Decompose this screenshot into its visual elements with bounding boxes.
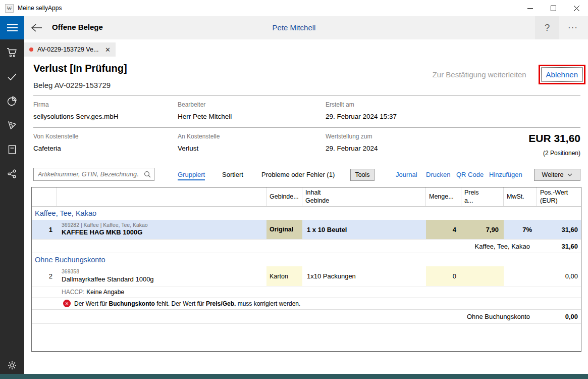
drucken-link[interactable]: Drucken [426,171,450,178]
cell-menge[interactable]: 0 [426,266,461,286]
cell-mwst [504,266,537,286]
hinzufuegen-link[interactable]: Hinzufügen [489,171,522,178]
table-empty-area [32,324,581,351]
group-subtotal-kaffee: Kaffee, Tee, Kakao 31,60 [32,239,581,253]
column-header-inhalt[interactable]: Inhalt Gebinde [302,187,426,206]
cell-menge[interactable]: 4 [426,220,461,239]
user-name[interactable]: Pete Mitchell [0,23,588,32]
article-name: Dallmayrkaffee Standard 1000g [62,275,154,284]
help-button[interactable]: ? [535,16,559,39]
maximize-button[interactable] [542,0,565,16]
window-title: Meine sellyApps [18,5,62,12]
more-options-button[interactable]: ··· [562,16,584,39]
column-header-wert[interactable]: Pos.-Wert (EUR) [537,187,582,206]
sidebar-item-share[interactable] [6,169,18,179]
maximize-icon [551,6,556,11]
minimize-icon [527,6,533,11]
app-header: Offene Belege Pete Mitchell ? ··· [0,16,588,39]
gear-icon [7,360,18,371]
forward-for-confirmation-button[interactable]: Zur Bestätigung weiterleiten [433,70,526,79]
filter-gruppiert[interactable]: Gruppiert [178,171,205,180]
settings-button[interactable] [6,360,18,371]
article-meta: 369358 [62,268,79,275]
field-firma: Firma sellysolutions Serv.ges.mbH [33,101,119,120]
row-article: 369282 | Kaffee | Kaffee, Tee, Kakao KAF… [57,220,266,239]
cell-inhalt: 1 x 10 Beutel [302,220,426,239]
window-controls [518,0,588,16]
title-bar: W Meine sellyApps [0,0,588,16]
error-message: Der Wert für Buchungskonto fehlt. Der We… [74,300,300,307]
pie-chart-icon [7,96,17,106]
group-header-kaffee: Kaffee, Tee, Kakao [32,207,581,220]
cart-icon [7,48,18,58]
positions-table: Gebinde... Inhalt Gebinde Menge... Preis… [31,187,581,352]
table-row[interactable]: 2 369358 Dallmayrkaffee Standard 1000g K… [32,266,581,287]
book-icon [8,145,17,155]
column-header-preis[interactable]: Preis a... [461,187,504,206]
main-content: AV-0229-153729 Ve... ✕ Verlust [In Prüfu… [24,39,588,379]
sidebar-item-reports[interactable] [6,96,18,106]
divider [33,127,580,128]
validation-error-row: ✕ Der Wert für Buchungskonto fehlt. Der … [32,298,581,310]
tab-label: AV-0229-153729 Ve... [37,46,102,53]
field-wertstellung: Wertstellung zum 29. Februar 2024 [326,133,378,152]
journal-link[interactable]: Journal [396,171,417,178]
pizza-slice-icon [7,120,17,130]
sidebar-item-tasks[interactable] [6,72,18,82]
tools-button[interactable]: Tools [350,169,375,181]
document-tab[interactable]: AV-0229-153729 Ve... ✕ [24,42,116,57]
bottom-strip [0,374,588,379]
cell-preis[interactable]: 7,90 [461,220,504,239]
article-name: KAFFEE HAG MKB 1000G [62,228,142,237]
chevron-down-icon [567,173,572,176]
cell-gebinde[interactable]: Original [266,220,302,239]
search-box [33,168,154,181]
search-button[interactable] [141,168,154,180]
share-network-icon [7,169,17,179]
close-button[interactable] [565,0,588,16]
cell-wert: 0,00 [537,266,582,286]
column-header-mwst[interactable]: MwSt. [504,187,537,206]
column-header-pos [32,187,57,206]
reject-button[interactable]: Ablehnen [541,67,583,82]
sidebar-item-cart[interactable] [6,48,18,58]
cell-preis[interactable] [461,266,504,286]
weitere-label: Weitere [542,171,564,178]
field-von-kostenstelle: Von Kostenstelle Cafeteria [33,133,78,152]
app-window: W Meine sellyApps Offene Belege Pete Mit [0,0,588,379]
filter-probleme-fehler[interactable]: Probleme oder Fehler (1) [261,171,335,178]
field-bearbeiter: Bearbeiter Herr Pete Mitchell [178,101,232,120]
annotation-highlight-box: Ablehnen [539,65,585,84]
minimize-button[interactable] [518,0,542,16]
table-row[interactable]: 1 369282 | Kaffee | Kaffee, Tee, Kakao K… [32,220,581,239]
sidebar [0,39,24,379]
row-position: 2 [32,266,57,286]
cell-gebinde[interactable]: Karton [266,266,302,286]
sidebar-item-food[interactable] [6,120,18,130]
document-title: Verlust [In Prüfung] [33,63,127,74]
filter-sortiert[interactable]: Sortiert [222,171,243,178]
tab-close-button[interactable]: ✕ [104,46,112,54]
positions-toolbar: Gruppiert Sortiert Probleme oder Fehler … [24,167,588,182]
haccp-info-row: HACCP: Keine Angabe [32,287,581,298]
search-icon [144,171,151,178]
column-header-artikel [57,187,266,206]
document-total: EUR 31,60 [528,132,580,145]
cell-inhalt: 1x10 Packungen [302,266,426,286]
positions-count: (2 Positionen) [543,150,580,157]
row-position: 1 [32,220,57,239]
column-header-gebinde[interactable]: Gebinde... [266,187,302,206]
qr-code-link[interactable]: QR Code [456,171,484,178]
table-header-row: Gebinde... Inhalt Gebinde Menge... Preis… [32,187,581,207]
article-meta: 369282 | Kaffee | Kaffee, Tee, Kakao [62,222,148,229]
cell-wert: 31,60 [537,220,582,239]
group-header-ohne-buchungskonto: Ohne Buchungskonto [32,253,581,266]
field-erstellt-am: Erstellt am 29. Februar 2024 15:37 [326,101,397,120]
search-input[interactable] [34,171,141,178]
unsaved-indicator-dot [29,48,33,52]
column-header-menge[interactable]: Menge... [426,187,461,206]
document-actions: Zur Bestätigung weiterleiten Ablehnen [433,65,585,84]
sidebar-item-journal[interactable] [6,145,18,155]
weitere-dropdown[interactable]: Weitere [534,169,580,181]
close-icon [574,6,579,11]
